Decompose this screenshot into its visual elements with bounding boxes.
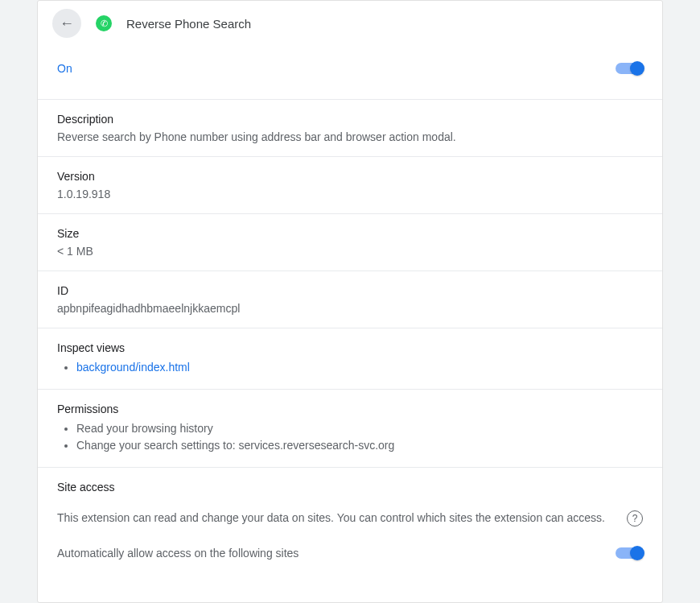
size-label: Size	[57, 227, 643, 240]
auto-allow-label: Automatically allow access on the follow…	[57, 547, 299, 560]
list-item: Read your browsing history	[76, 420, 643, 437]
toggle-knob	[630, 61, 644, 76]
description-label: Description	[57, 113, 643, 126]
site-access-description: This extension can read and change your …	[57, 510, 614, 527]
enable-state-label: On	[57, 62, 72, 75]
version-section: Version 1.0.19.918	[38, 156, 662, 213]
enable-row: On	[38, 46, 662, 99]
version-label: Version	[57, 170, 643, 183]
description-section: Description Reverse search by Phone numb…	[38, 99, 662, 156]
toggle-knob	[630, 546, 644, 560]
permissions-section: Permissions Read your browsing history C…	[38, 389, 662, 467]
size-section: Size < 1 MB	[38, 213, 662, 271]
inspect-views-section: Inspect views background/index.html	[38, 328, 662, 389]
version-value: 1.0.19.918	[57, 188, 643, 200]
site-access-label: Site access	[57, 481, 643, 494]
size-value: < 1 MB	[57, 245, 643, 258]
inspect-views-label: Inspect views	[57, 341, 643, 354]
help-icon[interactable]: ?	[627, 510, 643, 527]
list-item: background/index.html	[76, 359, 643, 376]
enable-toggle[interactable]	[616, 63, 643, 74]
list-item: Change your search settings to: services…	[76, 437, 643, 454]
inspect-view-link[interactable]: background/index.html	[76, 361, 190, 374]
arrow-left-icon: ←	[60, 15, 74, 32]
id-section: ID apbnpifeagidhadhbmaeelnjkkaemcpl	[38, 271, 662, 328]
phone-icon: ✆	[101, 19, 108, 29]
extension-title: Reverse Phone Search	[126, 17, 251, 31]
site-access-section: Site access This extension can read and …	[38, 467, 662, 569]
permissions-label: Permissions	[57, 403, 643, 415]
extension-icon: ✆	[94, 14, 113, 33]
description-value: Reverse search by Phone number using add…	[57, 130, 643, 143]
back-button[interactable]: ←	[52, 9, 81, 38]
header: ← ✆ Reverse Phone Search	[38, 1, 662, 46]
auto-allow-toggle[interactable]	[616, 547, 643, 559]
id-value: apbnpifeagidhadhbmaeelnjkkaemcpl	[57, 302, 643, 315]
id-label: ID	[57, 284, 643, 297]
